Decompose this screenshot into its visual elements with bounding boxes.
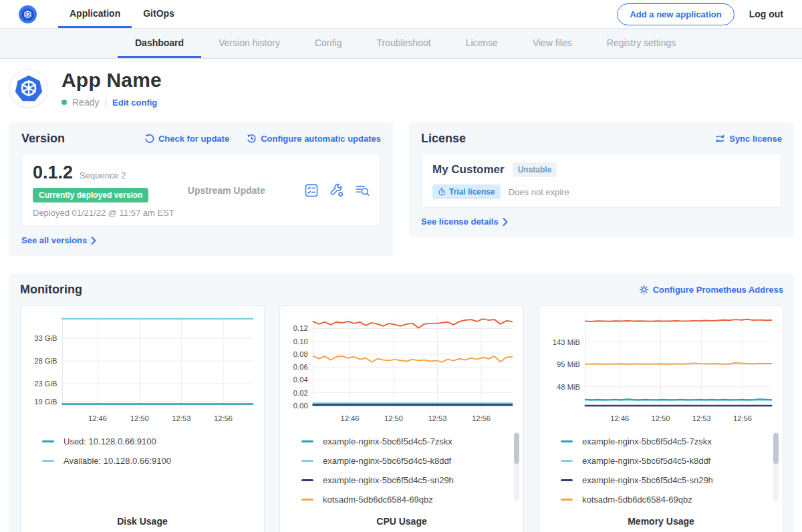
edit-config-link[interactable]: Edit config: [112, 98, 157, 108]
page-title: App Name: [61, 69, 162, 92]
add-application-button[interactable]: Add a new application: [617, 3, 734, 25]
legend-item: example-nginx-5bc6f5d4c5-sn29h: [301, 471, 517, 490]
legend-label: example-nginx-5bc6f5d4c5-k8ddf: [323, 456, 451, 466]
subnav-config[interactable]: Config: [297, 29, 359, 58]
subnav-registry-settings[interactable]: Registry settings: [589, 29, 693, 58]
check-for-update-link[interactable]: Check for update: [144, 134, 229, 144]
svg-text:12:53: 12:53: [428, 414, 446, 422]
subnav-dashboard[interactable]: Dashboard: [118, 29, 201, 58]
legend-label: Used: 10.128.0.66:9100: [63, 436, 156, 446]
legend-label: example-nginx-5bc6f5d4c5-7zskx: [323, 436, 452, 446]
config-wrench-icon[interactable]: [329, 183, 344, 198]
svg-text:0.12: 0.12: [293, 324, 308, 332]
chevron-right-icon: [91, 237, 96, 245]
gear-icon: [639, 285, 649, 295]
svg-text:0.02: 0.02: [293, 389, 308, 397]
preflight-checks-icon[interactable]: [304, 183, 319, 198]
kubernetes-logo-icon: [19, 5, 37, 23]
legend-swatch: [301, 460, 313, 462]
legend-swatch: [301, 440, 313, 442]
svg-text:0.00: 0.00: [293, 402, 308, 410]
svg-text:12:46: 12:46: [88, 414, 107, 422]
svg-text:12:46: 12:46: [341, 414, 360, 422]
svg-text:23 GiB: 23 GiB: [34, 380, 57, 388]
svg-text:0.08: 0.08: [293, 350, 308, 358]
license-card: License Sync license My Customer Unstabl…: [409, 122, 794, 237]
svg-text:12:46: 12:46: [610, 414, 629, 422]
disk-usage-chart[interactable]: 19 GiB23 GiB28 GiB33 GiB12:4612:5012:531…: [27, 311, 257, 429]
current-version-box: 0.1.2 Sequence 2 Currently deployed vers…: [21, 154, 381, 227]
app-logo-icon: [9, 69, 48, 108]
subnav-license[interactable]: License: [448, 29, 515, 58]
subnav-version-history[interactable]: Version history: [201, 29, 297, 58]
cpu-usage-legend: example-nginx-5bc6f5d4c5-7zskxexample-ng…: [287, 429, 517, 507]
license-expiry: Does not expire: [509, 187, 569, 197]
configure-automatic-updates-link[interactable]: Configure automatic updates: [247, 134, 381, 144]
sync-license-link[interactable]: Sync license: [715, 134, 782, 144]
legend-scrollbar-thumb[interactable]: [514, 433, 519, 464]
cpu-usage-chart-card: 0.000.020.040.060.080.100.1212:4612:5012…: [279, 305, 524, 532]
summary-cards-row: Version Check for update Configure au: [9, 122, 794, 256]
legend-label: kotsadm-5db6dc6584-69qbz: [323, 495, 433, 505]
cpu-usage-chart[interactable]: 0.000.020.040.060.080.100.1212:4612:5012…: [287, 311, 517, 429]
legend-item: example-nginx-5bc6f5d4c5-7zskx: [561, 432, 776, 451]
legend-item: example-nginx-5bc6f5d4c5-sn29h: [561, 471, 776, 490]
tab-application[interactable]: Application: [58, 0, 132, 28]
legend-item: kotsadm-5db6dc6584-69qbz: [561, 490, 776, 507]
svg-text:33 GiB: 33 GiB: [34, 334, 57, 342]
version-number: 0.1.2: [33, 162, 73, 183]
legend-label: example-nginx-5bc6f5d4c5-sn29h: [582, 475, 713, 485]
diff-view-icon[interactable]: [355, 183, 370, 198]
version-card: Version Check for update Configure au: [9, 122, 393, 256]
legend-item: Available: 10.128.0.66:9100: [42, 451, 257, 471]
logout-button[interactable]: Log out: [749, 9, 783, 19]
legend-label: example-nginx-5bc6f5d4c5-sn29h: [323, 475, 454, 485]
legend-item: example-nginx-5bc6f5d4c5-7zskx: [301, 432, 517, 451]
status-divider: |: [104, 97, 107, 108]
deployed-timestamp: Deployed 01/21/22 @ 11:57 am EST: [33, 208, 188, 218]
legend-label: kotsadm-5db6dc6584-69qbz: [582, 495, 692, 505]
configure-prometheus-link[interactable]: Configure Prometheus Address: [639, 285, 783, 295]
subnav-view-files[interactable]: View files: [515, 29, 589, 58]
license-box: My Customer Unstable Trial license Does …: [421, 154, 782, 208]
app-subnav: Dashboard Version history Config Trouble…: [0, 28, 802, 59]
stopwatch-icon: [438, 188, 446, 196]
monitoring-title: Monitoring: [20, 283, 82, 297]
svg-text:19 GiB: 19 GiB: [34, 398, 57, 406]
top-tabs: Application GitOps: [58, 0, 186, 28]
legend-scrollbar-thumb[interactable]: [773, 433, 779, 464]
app-header: App Name Ready | Edit config: [0, 59, 802, 118]
svg-text:0.06: 0.06: [293, 363, 308, 371]
svg-text:12:50: 12:50: [130, 414, 149, 422]
legend-swatch: [42, 460, 54, 462]
refresh-icon: [144, 134, 154, 144]
version-source-label: Upstream Update: [188, 185, 304, 196]
subnav-troubleshoot[interactable]: Troubleshoot: [359, 29, 448, 58]
memory-usage-chart-card: 48 MiB95 MiB143 MiB12:4612:5012:5312:56 …: [539, 305, 783, 532]
svg-text:12:50: 12:50: [652, 414, 670, 422]
svg-text:0.10: 0.10: [293, 338, 308, 346]
license-card-title: License: [421, 132, 466, 146]
chart-title: CPU Usage: [280, 516, 523, 527]
status-label: Ready: [72, 97, 99, 108]
topbar-right: Add a new application Log out: [617, 0, 783, 28]
svg-text:95 MiB: 95 MiB: [557, 360, 580, 368]
tab-gitops[interactable]: GitOps: [132, 0, 186, 28]
legend-item: kotsadm-5db6dc6584-69qbz: [301, 490, 517, 507]
svg-text:48 MiB: 48 MiB: [557, 383, 580, 391]
chevron-right-icon: [503, 218, 508, 226]
memory-usage-legend: example-nginx-5bc6f5d4c5-7zskxexample-ng…: [546, 429, 776, 507]
svg-text:12:56: 12:56: [472, 414, 491, 422]
see-license-details-link[interactable]: See license details: [421, 217, 782, 227]
legend-swatch: [561, 499, 573, 501]
charts-row: 19 GiB23 GiB28 GiB33 GiB12:4612:5012:531…: [20, 305, 783, 532]
currently-deployed-badge: Currently deployed version: [33, 188, 148, 203]
disk-usage-chart-card: 19 GiB23 GiB28 GiB33 GiB12:4612:5012:531…: [20, 305, 265, 532]
see-all-versions-link[interactable]: See all versions: [21, 235, 381, 245]
svg-text:12:56: 12:56: [214, 414, 233, 422]
memory-usage-chart[interactable]: 48 MiB95 MiB143 MiB12:4612:5012:5312:56: [546, 311, 776, 429]
svg-text:12:53: 12:53: [692, 414, 711, 422]
app-title-block: App Name Ready | Edit config: [61, 69, 162, 108]
legend-swatch: [561, 440, 573, 442]
legend-scrollbar: [514, 432, 519, 501]
